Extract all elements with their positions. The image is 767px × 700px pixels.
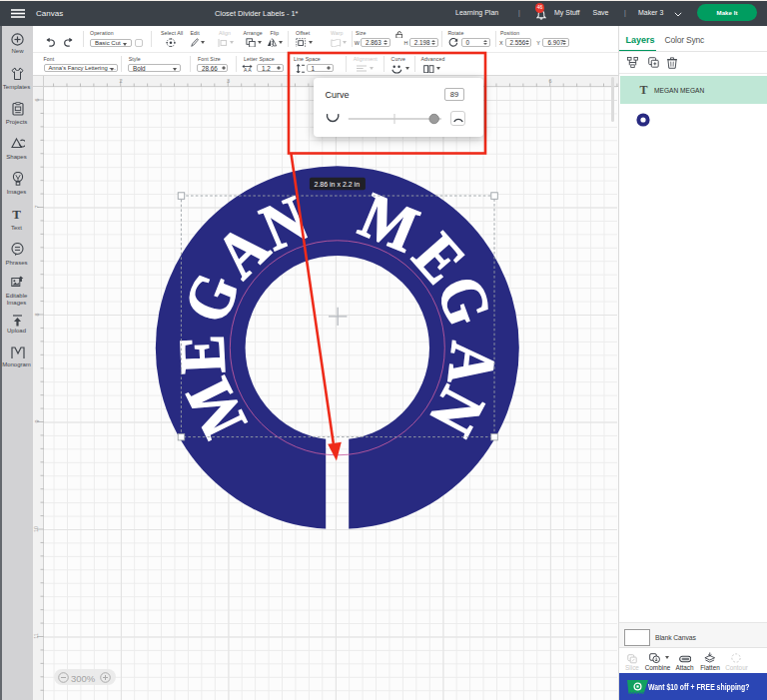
svg-text:A: A [248, 67, 252, 72]
